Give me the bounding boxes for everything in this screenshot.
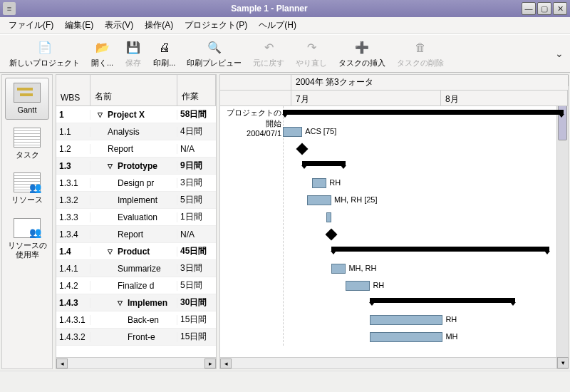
usage-icon: 👥 — [14, 218, 41, 238]
task-row[interactable]: 1.3.2Implement5日間 — [56, 192, 216, 209]
task-row[interactable]: 1.3.3Evaluation1日間 — [56, 209, 216, 226]
gantt-bar[interactable] — [346, 281, 370, 291]
task-row[interactable]: 1.4.3.1Back-en15日間 — [56, 311, 216, 329]
project-start-label: プロジェクトの開始 2004/07/1 — [220, 108, 281, 138]
gantt-bar[interactable] — [370, 332, 442, 342]
gantt-header: 2004年 第3クォータ 7月 8月 — [220, 75, 568, 106]
gantt-scroll-left-icon[interactable]: ◂ — [220, 359, 232, 368]
bar-label: MH, RH — [348, 264, 376, 272]
task-icon — [14, 128, 41, 148]
task-panel: WBS 名前 作業 1▽Project X58日間1.1Analysis4日間1… — [56, 74, 217, 369]
insert-task-icon: ➕ — [353, 39, 370, 56]
tb-print[interactable]: 🖨印刷... — [148, 37, 180, 71]
close-button[interactable]: ✕ — [553, 2, 567, 15]
task-row[interactable]: 1▽Project X58日間 — [56, 106, 216, 123]
viewbar: Gantt タスク 👥リソース 👥リソースの使用率 — [1, 74, 53, 369]
toolbar: 📄新しいプロジェクト 📂開く... 💾保存 🖨印刷... 🔍印刷プレビュー ↶元… — [0, 34, 570, 73]
tb-preview[interactable]: 🔍印刷プレビュー — [182, 37, 247, 71]
tb-insert-task[interactable]: ➕タスクの挿入 — [333, 37, 390, 71]
gantt-icon — [14, 83, 41, 103]
tb-undo[interactable]: ↶元に戻す — [248, 37, 289, 71]
bar-label: ACS [75] — [305, 127, 336, 135]
gantt-hscroll[interactable]: ◂ ▸ — [220, 357, 568, 368]
app-icon: ≡ — [3, 2, 16, 15]
undo-icon: ↶ — [260, 39, 277, 56]
quarter-label: 2004年 第3クォータ — [291, 73, 378, 91]
bar-label: RH — [329, 178, 341, 187]
gantt-bar[interactable] — [312, 178, 326, 188]
gantt-body[interactable]: プロジェクトの開始 2004/07/1 ACS [75]RHMH, RH [25… — [220, 106, 568, 357]
gantt-bar[interactable] — [331, 264, 346, 274]
scroll-down-icon[interactable]: ▾ — [557, 357, 569, 368]
menu-file[interactable]: ファイル(F) — [3, 17, 59, 33]
task-row[interactable]: 1.4.3.2Front-e15日間 — [56, 329, 216, 346]
task-header: WBS 名前 作業 — [56, 75, 216, 106]
bar-label: RH — [445, 315, 457, 324]
menu-view[interactable]: 表示(V) — [99, 17, 139, 33]
tb-delete-task[interactable]: 🗑タスクの削除 — [392, 37, 449, 71]
gantt-bar[interactable] — [326, 212, 331, 222]
col-name[interactable]: 名前 — [90, 75, 177, 105]
window-title: Sample 1 - Planner — [19, 4, 520, 14]
bar-label: MH, RH [25] — [334, 195, 378, 204]
gantt-panel: ▴ ▾ 2004年 第3クォータ 7月 8月 プロジェクトの開始 2004/07… — [219, 74, 569, 369]
save-icon: 💾 — [125, 39, 142, 56]
tb-new[interactable]: 📄新しいプロジェクト — [4, 37, 85, 71]
task-hscroll[interactable]: ◂ ▸ — [56, 357, 216, 368]
month-cell-1: 7月 — [291, 91, 441, 106]
statusbar — [0, 371, 570, 388]
tb-open[interactable]: 📂開く... — [86, 37, 118, 71]
task-row[interactable]: 1.4.1Summarize3日間 — [56, 260, 216, 277]
gantt-bar[interactable] — [283, 110, 564, 115]
tb-redo[interactable]: ↷やり直し — [291, 37, 332, 71]
gantt-bar[interactable] — [370, 298, 515, 303]
content: Gantt タスク 👥リソース 👥リソースの使用率 WBS 名前 作業 1▽Pr… — [0, 73, 570, 371]
month-cell-2: 8月 — [441, 91, 568, 106]
maximize-button[interactable]: ▢ — [537, 2, 551, 15]
resource-icon: 👥 — [14, 172, 41, 192]
col-work[interactable]: 作業 — [177, 75, 216, 105]
task-row[interactable]: 1.1Analysis4日間 — [56, 123, 216, 140]
scroll-right-icon[interactable]: ▸ — [204, 359, 216, 368]
delete-task-icon: 🗑 — [412, 39, 429, 56]
task-row[interactable]: 1.2ReportN/A — [56, 140, 216, 158]
preview-icon: 🔍 — [206, 39, 223, 56]
gantt-bar[interactable] — [283, 127, 302, 137]
view-task[interactable]: タスク — [5, 123, 49, 165]
tb-save[interactable]: 💾保存 — [120, 37, 147, 71]
view-usage[interactable]: 👥リソースの使用率 — [5, 213, 49, 264]
print-icon: 🖨 — [156, 39, 173, 56]
task-row[interactable]: 1.4.2Finalize d5日間 — [56, 277, 216, 294]
bar-label: RH — [373, 281, 384, 289]
gantt-bar[interactable] — [307, 195, 331, 205]
new-file-icon: 📄 — [36, 39, 53, 56]
open-icon: 📂 — [94, 39, 111, 56]
gantt-bar[interactable] — [370, 315, 442, 325]
gantt-bar[interactable] — [302, 161, 346, 166]
task-row[interactable]: 1.3.1Design pr3日間 — [56, 175, 216, 192]
titlebar: ≡ Sample 1 - Planner — ▢ ✕ — [0, 0, 570, 17]
view-resource[interactable]: 👥リソース — [5, 167, 49, 210]
bar-label: MH — [445, 332, 457, 341]
scroll-left-icon[interactable]: ◂ — [56, 359, 68, 368]
task-row[interactable]: 1.4.3▽Implemen30日間 — [56, 294, 216, 311]
col-wbs[interactable]: WBS — [56, 75, 90, 105]
menu-help[interactable]: ヘルプ(H) — [253, 17, 302, 33]
task-row[interactable]: 1.4▽Product45日間 — [56, 243, 216, 260]
view-gantt[interactable]: Gantt — [5, 78, 49, 120]
month-cell-0 — [220, 91, 291, 106]
task-rows: 1▽Project X58日間1.1Analysis4日間1.2ReportN/… — [56, 106, 216, 357]
menu-action[interactable]: 操作(A) — [139, 17, 179, 33]
menu-project[interactable]: プロジェクト(P) — [179, 17, 253, 33]
menubar: ファイル(F) 編集(E) 表示(V) 操作(A) プロジェクト(P) ヘルプ(… — [0, 17, 570, 34]
minimize-button[interactable]: — — [522, 2, 536, 15]
menu-edit[interactable]: 編集(E) — [59, 17, 99, 33]
task-row[interactable]: 1.3.4ReportN/A — [56, 226, 216, 243]
redo-icon: ↷ — [303, 39, 320, 56]
gantt-bar[interactable] — [296, 143, 309, 155]
gantt-bar[interactable] — [326, 229, 338, 241]
task-row[interactable]: 1.3▽Prototype9日間 — [56, 158, 216, 175]
gantt-bar[interactable] — [331, 247, 549, 252]
toolbar-overflow[interactable]: ⌄ — [553, 48, 566, 59]
